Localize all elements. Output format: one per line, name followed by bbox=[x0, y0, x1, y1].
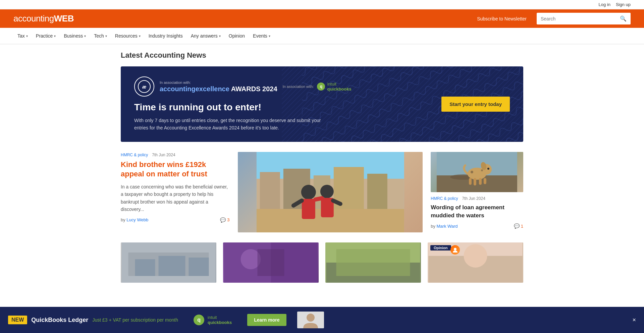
article-tag-1[interactable]: HMRC & policy bbox=[121, 153, 148, 157]
hero-logo-area: æ In association with: accountingexcelle… bbox=[134, 76, 431, 97]
hero-cta-button[interactable]: Start your entry today bbox=[441, 97, 510, 112]
nav-item-opinion[interactable]: Opinion bbox=[225, 28, 249, 44]
chevron-down-icon: ▾ bbox=[84, 34, 86, 38]
nav-label-opinion: Opinion bbox=[229, 33, 245, 39]
svg-point-28 bbox=[487, 168, 489, 170]
page-title: Latest Accounting News bbox=[121, 51, 523, 60]
thumb-card-2[interactable] bbox=[223, 242, 319, 283]
article-meta-3: by Mark Ward 💬 1 bbox=[431, 223, 523, 229]
hero-banner: æ In association with: accountingexcelle… bbox=[121, 66, 523, 142]
nav-label-events: Events bbox=[253, 33, 267, 39]
qb-label: intuitquickbooks bbox=[327, 81, 351, 92]
article-card-1: HMRC & policy 7th Jun 2024 Kind brother … bbox=[121, 152, 230, 232]
nav-item-resources[interactable]: Resources ▾ bbox=[111, 28, 145, 44]
article-excerpt-1: In a case concerning who was the benefic… bbox=[121, 183, 230, 213]
svg-rect-8 bbox=[333, 167, 364, 212]
search-icon: 🔍 bbox=[620, 16, 627, 21]
search-input[interactable] bbox=[537, 13, 616, 24]
top-bar: Log in Sign up bbox=[0, 0, 644, 9]
svg-rect-25 bbox=[474, 178, 476, 185]
svg-rect-9 bbox=[367, 174, 387, 212]
signup-link[interactable]: Sign up bbox=[616, 2, 631, 7]
site-logo[interactable]: accountingWEB bbox=[13, 13, 470, 24]
comment-icon-3: 💬 bbox=[514, 223, 520, 229]
article-meta-top: HMRC & policy 7th Jun 2024 bbox=[121, 152, 230, 157]
nav-item-business[interactable]: Business ▾ bbox=[60, 28, 90, 44]
nav-item-any-answers[interactable]: Any answers ▾ bbox=[187, 28, 225, 44]
thumb-image-2 bbox=[223, 242, 319, 283]
opinion-avatar bbox=[450, 245, 460, 255]
svg-text:æ: æ bbox=[142, 84, 146, 90]
article-card-2-image[interactable] bbox=[238, 152, 423, 232]
nav-label-practice: Practice bbox=[36, 33, 53, 39]
comment-number-3: 1 bbox=[521, 224, 523, 229]
author-link-1[interactable]: Lucy Webb bbox=[126, 217, 148, 222]
svg-point-45 bbox=[464, 244, 487, 268]
article-author-1: by Lucy Webb bbox=[121, 217, 148, 222]
svg-point-30 bbox=[481, 169, 483, 171]
svg-point-11 bbox=[301, 185, 316, 200]
awards-text: In association with: accountingexcellenc… bbox=[160, 80, 277, 93]
chevron-down-icon: ▾ bbox=[54, 34, 56, 38]
header: accountingWEB Subscribe to Newsletter 🔍 bbox=[0, 9, 644, 28]
nav-label-tech: Tech bbox=[94, 33, 104, 39]
qb-icon: q bbox=[317, 82, 325, 91]
search-bar: 🔍 bbox=[537, 13, 631, 24]
article-date-1: 7th Jun 2024 bbox=[152, 153, 175, 157]
thumb-card-1[interactable] bbox=[121, 242, 216, 283]
hero-description: With only 7 days to go until entries clo… bbox=[134, 117, 329, 132]
thumb-image-4-wrap: Opinion bbox=[428, 242, 523, 283]
chevron-down-icon: ▾ bbox=[26, 34, 28, 38]
nav-item-tax[interactable]: Tax ▾ bbox=[13, 28, 32, 44]
hero-heading: Time is running out to enter! bbox=[134, 102, 431, 113]
article-date-3: 7th Jun 2024 bbox=[462, 196, 485, 201]
nav-label-resources: Resources bbox=[115, 33, 138, 39]
svg-rect-35 bbox=[189, 258, 209, 276]
article-title-1[interactable]: Kind brother wins £192k appeal on matter… bbox=[121, 160, 230, 179]
logo-web: WEB bbox=[54, 13, 74, 23]
comment-count-1: 💬 3 bbox=[220, 217, 229, 223]
svg-rect-42 bbox=[336, 249, 410, 276]
svg-line-17 bbox=[315, 198, 322, 200]
nav-item-events[interactable]: Events ▾ bbox=[249, 28, 274, 44]
article-image-dog bbox=[431, 152, 523, 192]
main-nav: Tax ▾ Practice ▾ Business ▾ Tech ▾ Resou… bbox=[0, 28, 644, 44]
nav-item-industry-insights[interactable]: Industry Insights bbox=[145, 28, 187, 44]
nav-label-industry-insights: Industry Insights bbox=[149, 33, 183, 39]
opinion-badge: Opinion bbox=[430, 245, 451, 251]
login-link[interactable]: Log in bbox=[598, 2, 610, 7]
article-image-dog-wrap bbox=[431, 152, 523, 192]
subscribe-button[interactable]: Subscribe to Newsletter bbox=[477, 16, 527, 21]
svg-rect-27 bbox=[484, 178, 486, 184]
qb-logo: In association with: q intuitquickbooks bbox=[283, 81, 352, 92]
ae-logo: æ bbox=[134, 76, 154, 97]
nav-label-tax: Tax bbox=[17, 33, 25, 39]
article-image-boys bbox=[238, 152, 423, 232]
svg-rect-24 bbox=[469, 178, 472, 185]
nav-item-tech[interactable]: Tech ▾ bbox=[90, 28, 111, 44]
author-link-3[interactable]: Mark Ward bbox=[437, 224, 458, 229]
thumb-card-3[interactable] bbox=[325, 242, 421, 283]
awards-title: accountingexcellence AWARDS 2024 bbox=[160, 85, 277, 93]
article-meta-1: by Lucy Webb 💬 3 bbox=[121, 217, 230, 223]
search-button[interactable]: 🔍 bbox=[616, 13, 631, 24]
nav-label-business: Business bbox=[64, 33, 83, 39]
nav-item-practice[interactable]: Practice ▾ bbox=[32, 28, 60, 44]
thumb-card-4[interactable]: Opinion bbox=[428, 242, 523, 283]
svg-rect-26 bbox=[479, 178, 482, 185]
comment-number-1: 3 bbox=[227, 217, 229, 222]
article-thumb-row: Opinion bbox=[121, 242, 523, 283]
svg-rect-12 bbox=[302, 199, 315, 219]
comment-count-3: 💬 1 bbox=[514, 223, 523, 229]
hero-left: æ In association with: accountingexcelle… bbox=[134, 76, 431, 132]
chevron-down-icon: ▾ bbox=[219, 34, 221, 38]
article-tag-3[interactable]: HMRC & policy bbox=[431, 196, 458, 201]
article-author-3: by Mark Ward bbox=[431, 224, 458, 229]
article-title-3[interactable]: Wording of loan agreement muddied the wa… bbox=[431, 204, 523, 220]
svg-rect-5 bbox=[260, 172, 280, 212]
chevron-down-icon: ▾ bbox=[269, 34, 270, 38]
chevron-down-icon: ▾ bbox=[105, 34, 107, 38]
article-card-3: HMRC & policy 7th Jun 2024 Wording of lo… bbox=[431, 152, 523, 232]
article-3-content: HMRC & policy 7th Jun 2024 Wording of lo… bbox=[431, 196, 523, 229]
comment-icon: 💬 bbox=[220, 217, 226, 223]
